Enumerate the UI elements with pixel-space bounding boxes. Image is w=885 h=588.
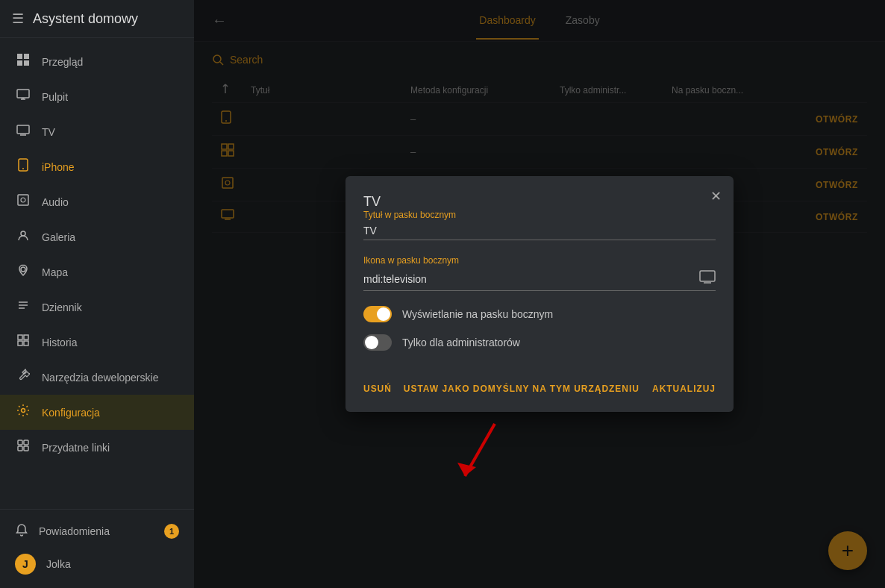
sidebar-item-label: Narzędzia deweloperskie xyxy=(42,372,158,384)
sidebar-item-label: Galeria xyxy=(42,231,75,243)
red-arrow xyxy=(450,416,510,491)
sidebar-item-konfiguracja[interactable]: Konfiguracja xyxy=(0,395,194,430)
toggle-sidebar-display[interactable] xyxy=(363,306,392,322)
sidebar-item-historia[interactable]: Historia xyxy=(0,325,194,360)
notifications-label: Powiadomienia xyxy=(39,525,110,537)
sidebar: ☰ Asystent domowy Przegląd Pulpit TV xyxy=(0,0,194,588)
sidebar-title-input[interactable] xyxy=(363,225,716,237)
svg-rect-23 xyxy=(18,440,22,445)
sidebar-nav: Przegląd Pulpit TV iPhone xyxy=(0,38,194,509)
form-group-sidebar-title: Tytuł w pasku bocznym xyxy=(363,210,716,240)
modal-footer: USUŃ USTAW JAKO DOMYŚLNY NA TYM URZĄDZEN… xyxy=(363,372,716,394)
sidebar-item-mapa[interactable]: Mapa xyxy=(0,254,194,290)
map-icon xyxy=(15,263,31,281)
toggle-label-sidebar-display: Wyświetlanie na pasku bocznym xyxy=(402,308,553,320)
sidebar-item-label: Historia xyxy=(42,337,77,348)
toggle-admin-only[interactable] xyxy=(363,334,392,351)
svg-point-13 xyxy=(21,231,25,236)
user-label: Jolka xyxy=(46,558,71,570)
svg-rect-26 xyxy=(24,446,28,451)
svg-rect-39 xyxy=(700,271,715,281)
history-icon xyxy=(15,334,31,351)
gallery-icon xyxy=(15,228,31,245)
sidebar-item-przeglad[interactable]: Przegląd xyxy=(0,44,194,79)
main-content: ← Dashboardy Zasoby Tytuł Metoda konfigu… xyxy=(194,0,885,588)
sidebar-item-narzedzia[interactable]: Narzędzia deweloperskie xyxy=(0,360,194,395)
sidebar-item-label: Audio xyxy=(42,196,69,208)
grid-icon xyxy=(15,53,31,70)
toggle-knob-2 xyxy=(365,336,378,349)
links-icon xyxy=(15,439,31,456)
set-default-button[interactable]: USTAW JAKO DOMYŚLNY NA TYM URZĄDZENIU xyxy=(404,384,639,394)
bell-icon xyxy=(15,523,28,539)
svg-rect-3 xyxy=(24,60,29,66)
svg-rect-1 xyxy=(24,54,29,59)
sidebar-item-galeria[interactable]: Galeria xyxy=(0,219,194,254)
log-icon xyxy=(15,298,31,316)
svg-rect-4 xyxy=(17,90,29,98)
sidebar-item-label: Przegląd xyxy=(42,56,83,68)
svg-rect-19 xyxy=(24,335,28,340)
sidebar-title-input-wrapper xyxy=(363,225,716,240)
modal-overlay: TV ✕ Tytuł w pasku bocznym Ikona w pasku… xyxy=(194,0,885,588)
sidebar-item-label: Mapa xyxy=(42,266,68,278)
svg-point-22 xyxy=(22,409,25,413)
modal-dialog: TV ✕ Tytuł w pasku bocznym Ikona w pasku… xyxy=(345,176,734,412)
notifications-item[interactable]: Powiadomienia 1 xyxy=(0,516,194,546)
sidebar-item-dziennik[interactable]: Dziennik xyxy=(0,290,194,325)
avatar: J xyxy=(15,554,36,575)
svg-rect-21 xyxy=(24,341,28,345)
sidebar-item-iphone[interactable]: iPhone xyxy=(0,149,194,184)
sidebar-item-label: Przydatne linki xyxy=(42,442,110,454)
svg-rect-0 xyxy=(17,54,22,59)
sidebar-item-label: Konfiguracja xyxy=(42,407,100,419)
sidebar-title-label: Tytuł w pasku bocznym xyxy=(363,210,716,220)
delete-button[interactable]: USUŃ xyxy=(363,384,392,394)
toggle-knob xyxy=(377,307,390,321)
update-button[interactable]: AKTUALIZUJ xyxy=(652,384,716,394)
app-title: Asystent domowy xyxy=(33,11,138,27)
toggle-row-admin-only: Tylko dla administratorów xyxy=(363,334,716,351)
svg-rect-18 xyxy=(18,335,22,340)
svg-rect-11 xyxy=(18,195,28,205)
svg-rect-20 xyxy=(18,341,22,345)
sidebar-item-tv[interactable]: TV xyxy=(0,114,194,149)
sidebar-item-label: iPhone xyxy=(42,161,75,173)
icon-preview xyxy=(699,270,716,287)
menu-icon[interactable]: ☰ xyxy=(12,10,24,27)
user-item[interactable]: J Jolka xyxy=(0,546,194,582)
sidebar-footer: Powiadomienia 1 J Jolka xyxy=(0,509,194,588)
toggle-row-sidebar-display: Wyświetlanie na pasku bocznym xyxy=(363,306,716,322)
svg-rect-24 xyxy=(24,440,28,445)
tv-icon xyxy=(15,123,31,140)
svg-rect-2 xyxy=(17,60,22,66)
sidebar-item-audio[interactable]: Audio xyxy=(0,184,194,219)
form-group-sidebar-icon: Ikona w pasku bocznym xyxy=(363,255,716,291)
svg-marker-42 xyxy=(457,463,476,476)
settings-icon xyxy=(15,404,31,421)
sidebar-header: ☰ Asystent domowy xyxy=(0,0,194,38)
sidebar-item-label: Dziennik xyxy=(42,301,82,313)
svg-point-14 xyxy=(21,267,25,272)
monitor-icon xyxy=(15,88,31,105)
modal-title: TV xyxy=(363,194,381,209)
sidebar-item-label: TV xyxy=(42,126,55,138)
sidebar-item-label: Pulpit xyxy=(42,91,68,103)
svg-point-12 xyxy=(21,198,25,202)
tools-icon xyxy=(15,369,31,386)
notification-badge: 1 xyxy=(164,524,179,539)
svg-rect-7 xyxy=(17,125,29,134)
svg-rect-25 xyxy=(18,446,22,451)
sidebar-icon-input[interactable] xyxy=(363,273,699,285)
audio-icon xyxy=(15,193,31,210)
phone-icon xyxy=(15,158,31,175)
sidebar-icon-input-wrapper xyxy=(363,270,716,291)
sidebar-item-pulpit[interactable]: Pulpit xyxy=(0,79,194,114)
toggle-label-admin-only: Tylko dla administratorów xyxy=(402,337,520,348)
modal-close-button[interactable]: ✕ xyxy=(710,188,722,204)
svg-line-41 xyxy=(465,424,495,476)
sidebar-item-linki[interactable]: Przydatne linki xyxy=(0,430,194,465)
svg-point-10 xyxy=(22,168,24,169)
sidebar-icon-label: Ikona w pasku bocznym xyxy=(363,255,716,266)
